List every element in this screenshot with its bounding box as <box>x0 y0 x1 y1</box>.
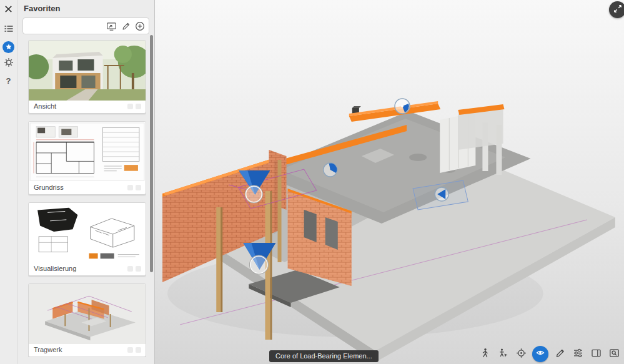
gear-icon <box>4 57 14 70</box>
thumbnail-visualisierung <box>29 203 146 263</box>
eye-icon <box>535 348 545 360</box>
search-input[interactable] <box>26 21 102 31</box>
thumbnail-ansicht <box>29 41 146 101</box>
fullscreen-button[interactable] <box>609 1 624 18</box>
navigation-marker[interactable] <box>395 99 410 114</box>
navigation-marker[interactable] <box>435 187 448 201</box>
card-action-icons <box>125 266 141 272</box>
magnifier-box-icon <box>609 348 620 361</box>
list-icon <box>4 24 14 36</box>
viewport-toolbar <box>478 346 621 362</box>
viewport-3d: Core of Load-Bearing Elemen... <box>155 0 624 364</box>
card-label-row: Visualisierung <box>29 263 146 275</box>
thumbnail-grundriss <box>29 122 146 182</box>
pencil-icon <box>555 348 565 361</box>
measure-button[interactable] <box>553 347 567 361</box>
select-person-button[interactable] <box>496 347 510 361</box>
present-screen-button[interactable] <box>106 21 117 32</box>
sliders-icon <box>573 348 583 361</box>
card-action-icons <box>125 104 141 109</box>
layout-panel-icon <box>591 348 602 361</box>
icon-rail: ? <box>0 0 17 364</box>
panel-header: Favoriten <box>17 0 154 17</box>
card-label-row: Tragwerk <box>29 344 146 357</box>
sidebar-item-list[interactable] <box>2 23 16 37</box>
help-icon: ? <box>6 76 11 86</box>
walk-mode-button[interactable] <box>478 347 492 361</box>
app-window: ? Favoriten <box>0 0 624 364</box>
target-icon <box>516 348 527 361</box>
favorites-panel: Favoriten <box>17 0 155 364</box>
view-mode-button[interactable] <box>532 346 548 362</box>
favorite-card-grundriss[interactable]: Grundriss <box>28 121 146 195</box>
card-label: Ansicht <box>34 102 56 110</box>
expand-icon <box>613 4 622 16</box>
center-view-button[interactable] <box>514 347 528 361</box>
card-label: Tragwerk <box>34 346 62 353</box>
sidebar-item-help[interactable]: ? <box>2 74 16 87</box>
favorite-card-visualisierung[interactable]: Visualisierung <box>28 202 146 276</box>
filter-button[interactable] <box>571 347 585 361</box>
card-label-row: Ansicht <box>29 101 146 113</box>
page-title: Favoriten <box>24 4 61 13</box>
element-tooltip: Core of Load-Bearing Elemen... <box>269 350 379 362</box>
close-panel-button[interactable] <box>2 3 16 17</box>
3d-model-view[interactable] <box>155 0 624 364</box>
card-label: Grundriss <box>34 184 64 191</box>
favorite-card-ansicht[interactable]: Ansicht <box>28 40 146 114</box>
close-icon <box>4 4 13 16</box>
panel-scrollbar[interactable] <box>150 35 154 362</box>
search-bar <box>22 17 149 34</box>
search-model-button[interactable] <box>607 347 621 361</box>
sidebar-item-settings[interactable] <box>2 57 16 71</box>
card-label: Visualisierung <box>34 265 76 272</box>
favorites-list: Ansicht <box>28 40 146 357</box>
layout-button[interactable] <box>589 347 603 361</box>
navigation-marker[interactable] <box>324 163 337 177</box>
sidebar-item-favorites[interactable] <box>2 40 16 54</box>
person-cursor-icon <box>498 348 508 361</box>
card-action-icons <box>125 185 141 190</box>
add-favorite-button[interactable] <box>134 21 146 32</box>
star-icon <box>2 41 14 53</box>
thumbnail-tragwerk <box>29 284 146 344</box>
scrollbar-thumb[interactable] <box>150 35 153 272</box>
favorite-card-tragwerk[interactable]: Tragwerk <box>28 283 146 357</box>
walk-icon <box>480 348 490 361</box>
card-label-row: Grundriss <box>29 182 146 194</box>
card-action-icons <box>125 347 141 353</box>
edit-icon[interactable] <box>120 21 131 32</box>
